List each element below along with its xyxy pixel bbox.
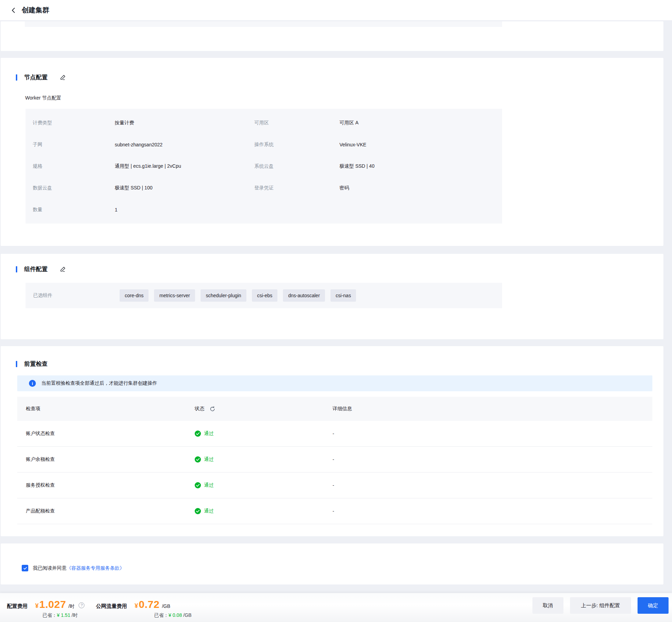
check-item-detail: - xyxy=(333,483,652,488)
saved-value: ¥ 0.08 xyxy=(169,612,182,618)
node-config-section: 节点配置 Worker 节点配置 计费类型 按量计费 可用区 可用区 A 子网 … xyxy=(1,58,663,246)
terms-checkbox[interactable] xyxy=(22,565,28,571)
check-item-name: 产品配额检查 xyxy=(26,508,195,514)
section-accent-bar xyxy=(16,74,17,81)
status-pass: 通过 xyxy=(195,456,214,463)
precheck-row: 产品配额检查 通过 - xyxy=(17,498,652,524)
footer-buttons: 取消 上一步: 组件配置 确定 xyxy=(532,597,669,614)
kv-value: subnet-zhangsan2022 xyxy=(115,142,254,147)
component-config-section: 组件配置 已选组件 core-dns metrics-server schedu… xyxy=(1,254,663,339)
kv-row: 数量 1 xyxy=(26,199,502,220)
precheck-row: 服务授权检查 通过 - xyxy=(17,473,652,498)
kv-row: 数据云盘 极速型 SSD | 100 登录凭证 密码 xyxy=(26,177,502,199)
check-circle-icon xyxy=(195,482,201,488)
config-fee-label: 配置费用 xyxy=(7,603,28,610)
column-header-detail: 详细信息 xyxy=(333,406,652,412)
precheck-notice: 当前置校验检查项全部通过后，才能进行集群创建操作 xyxy=(41,380,157,386)
info-icon: i xyxy=(29,380,36,387)
top-bar: 创建集群 xyxy=(0,0,672,21)
cancel-button[interactable]: 取消 xyxy=(532,597,563,614)
check-item-status: 通过 xyxy=(195,508,333,514)
status-pass-label: 通过 xyxy=(204,456,214,463)
edit-node-config-button[interactable] xyxy=(59,74,66,81)
config-fee-saved: 已省：¥ 1.51 /时 xyxy=(42,612,78,619)
chevron-left-icon xyxy=(11,8,16,13)
section-accent-bar xyxy=(16,266,17,272)
traffic-fee-saved: 已省：¥ 0.08 /GB xyxy=(154,612,192,619)
section-accent-bar xyxy=(16,361,17,367)
kv-label: 操作系统 xyxy=(254,142,339,148)
component-tag: csi-ebs xyxy=(252,289,277,302)
node-config-header: 节点配置 xyxy=(1,73,663,81)
status-pass-label: 通过 xyxy=(204,508,214,514)
component-tag: scheduler-plugin xyxy=(201,289,246,302)
component-tag-list: core-dns metrics-server scheduler-plugin… xyxy=(120,289,356,302)
scrolled-panel-stub xyxy=(25,21,502,27)
refresh-status-button[interactable] xyxy=(209,406,215,412)
component-tag: metrics-server xyxy=(154,289,195,302)
check-item-status: 通过 xyxy=(195,482,333,488)
precheck-info-banner: i 当前置校验检查项全部通过后，才能进行集群创建操作 xyxy=(17,375,652,391)
precheck-header: 前置检查 xyxy=(1,360,663,368)
bottom-action-bar: 配置费用 ¥ 1.027 /时 ? 公网流量费用 ¥ 0.72 /GB 已省：¥… xyxy=(0,593,672,622)
checkbox-check-icon xyxy=(23,566,27,570)
worker-node-summary-panel: 计费类型 按量计费 可用区 可用区 A 子网 subnet-zhangsan20… xyxy=(26,109,502,224)
precheck-section: 前置检查 i 当前置校验检查项全部通过后，才能进行集群创建操作 检查项 状态 详… xyxy=(1,346,663,536)
kv-label: 子网 xyxy=(33,142,115,148)
pencil-icon xyxy=(60,266,66,272)
question-circle-icon[interactable]: ? xyxy=(79,602,84,608)
config-fee-value: 1.027 xyxy=(39,599,66,610)
check-circle-icon xyxy=(195,431,201,437)
kv-row: 计费类型 按量计费 可用区 可用区 A xyxy=(26,112,502,134)
config-fee-unit: /时 xyxy=(69,603,75,610)
kv-value: 密码 xyxy=(339,185,502,191)
kv-label: 计费类型 xyxy=(33,120,115,126)
pencil-icon xyxy=(60,74,66,81)
saved-unit: /时 xyxy=(72,612,78,618)
check-circle-icon xyxy=(195,508,201,514)
traffic-fee-label: 公网流量费用 xyxy=(96,603,127,610)
worker-node-subtitle: Worker 节点配置 xyxy=(25,95,663,101)
check-item-name: 服务授权检查 xyxy=(26,482,195,488)
selected-components-label: 已选组件 xyxy=(33,292,120,299)
kv-value: 通用型 | ecs.g1ie.large | 2vCpu xyxy=(115,163,254,169)
status-column-label: 状态 xyxy=(195,406,204,412)
traffic-fee-currency: ¥ xyxy=(134,602,138,610)
saved-label: 已省： xyxy=(42,612,57,618)
precheck-table-header: 检查项 状态 详细信息 xyxy=(17,397,652,421)
kv-row: 规格 通用型 | ecs.g1ie.large | 2vCpu 系统云盘 极速型… xyxy=(26,155,502,177)
kv-value: 可用区 A xyxy=(339,120,502,126)
kv-label: 数据云盘 xyxy=(33,185,115,191)
status-pass: 通过 xyxy=(195,431,214,437)
kv-value: 按量计费 xyxy=(115,120,254,126)
saved-label: 已省： xyxy=(154,612,169,618)
kv-label: 可用区 xyxy=(254,120,339,126)
precheck-row: 账户余额检查 通过 - xyxy=(17,447,652,473)
kv-value: 极速型 SSD | 40 xyxy=(339,163,502,169)
kv-value: 1 xyxy=(115,207,254,212)
back-button[interactable] xyxy=(10,7,17,14)
check-item-status: 通过 xyxy=(195,456,333,463)
status-pass-label: 通过 xyxy=(204,482,214,488)
confirm-button[interactable]: 确定 xyxy=(638,597,669,614)
config-fee-currency: ¥ xyxy=(35,602,39,610)
component-tag: csi-nas xyxy=(330,289,356,302)
traffic-fee-value: 0.72 xyxy=(139,599,160,610)
refresh-icon xyxy=(210,406,215,412)
terms-agree-text: 我已阅读并同意 xyxy=(33,565,67,571)
component-config-title: 组件配置 xyxy=(24,265,48,273)
check-item-detail: - xyxy=(333,457,652,462)
previous-step-button[interactable]: 上一步: 组件配置 xyxy=(570,597,631,614)
kv-value: Velinux-VKE xyxy=(339,142,502,147)
edit-component-config-button[interactable] xyxy=(59,266,66,273)
kv-row: 子网 subnet-zhangsan2022 操作系统 Velinux-VKE xyxy=(26,134,502,155)
terms-link[interactable]: 《容器服务专用服务条款》 xyxy=(67,565,124,571)
check-circle-icon xyxy=(195,456,201,463)
scrolled-card-remnant xyxy=(1,21,663,51)
status-pass: 通过 xyxy=(195,482,214,488)
status-pass: 通过 xyxy=(195,508,214,514)
column-header-status: 状态 xyxy=(195,406,333,412)
saved-unit: /GB xyxy=(183,612,192,618)
precheck-title: 前置检查 xyxy=(24,360,48,368)
component-config-header: 组件配置 xyxy=(1,265,663,273)
